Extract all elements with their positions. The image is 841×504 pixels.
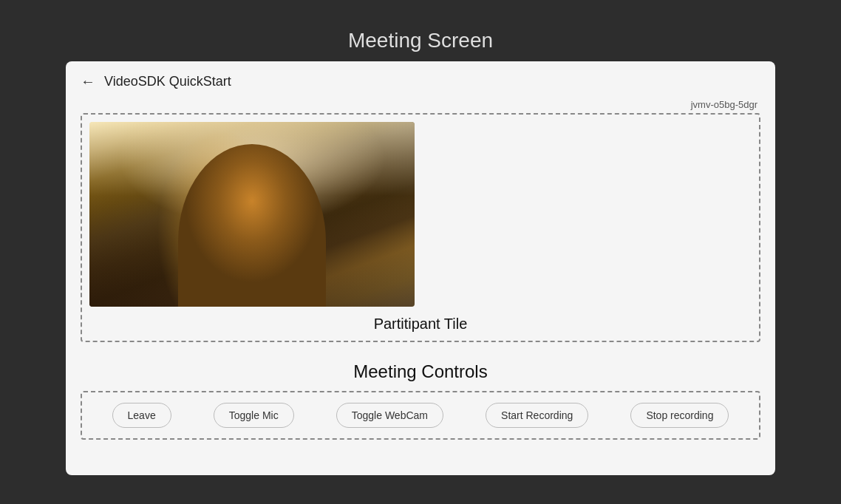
toggle-mic-button[interactable]: Toggle Mic [214, 403, 294, 428]
participant-label: Partitipant Tile [89, 316, 752, 333]
participant-tile [89, 122, 415, 307]
card-title: VideoSDK QuickStart [104, 74, 231, 89]
controls-section: Meeting Controls Leave Toggle Mic Toggle… [81, 361, 760, 440]
page-title: Meeting Screen [348, 29, 493, 52]
participant-section: jvmv-o5bg-5dgr Partitipant Tile [81, 99, 760, 342]
meeting-area: jvmv-o5bg-5dgr Partitipant Tile Meeting … [81, 99, 760, 460]
leave-button[interactable]: Leave [112, 403, 171, 428]
video-feed [89, 122, 415, 307]
card-header: ← VideoSDK QuickStart [81, 73, 760, 90]
back-arrow-icon[interactable]: ← [81, 73, 95, 90]
stop-recording-button[interactable]: Stop recording [630, 403, 729, 428]
start-recording-button[interactable]: Start Recording [486, 403, 588, 428]
controls-title: Meeting Controls [81, 361, 760, 382]
toggle-webcam-button[interactable]: Toggle WebCam [336, 403, 443, 428]
outer-wrapper: Meeting Screen ← VideoSDK QuickStart jvm… [0, 0, 841, 504]
controls-dashed-container: Leave Toggle Mic Toggle WebCam Start Rec… [81, 391, 760, 440]
main-card: ← VideoSDK QuickStart jvmv-o5bg-5dgr Par… [66, 61, 775, 475]
participant-dashed-container: Partitipant Tile [81, 113, 760, 342]
meeting-id-label: jvmv-o5bg-5dgr [81, 99, 760, 110]
